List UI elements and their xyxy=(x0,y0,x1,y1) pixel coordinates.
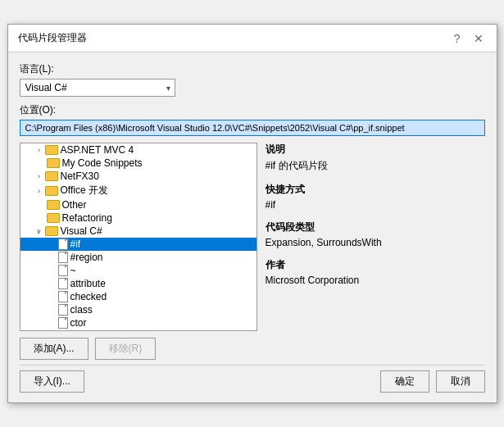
title-bar-controls: ? ✕ xyxy=(451,33,487,44)
add-remove-row: 添加(A)... 移除(R) xyxy=(20,338,485,360)
folder-icon-aspnet xyxy=(45,145,58,155)
folder-icon-mycode xyxy=(47,158,60,168)
description-value: #if 的代码片段 xyxy=(266,159,485,173)
folder-icon-visualcs xyxy=(45,226,58,236)
author-title: 作者 xyxy=(266,258,485,272)
import-button[interactable]: 导入(I)... xyxy=(20,370,84,393)
language-select-wrapper: Visual C# Visual Basic JavaScript HTML S… xyxy=(20,79,175,97)
bottom-left: 导入(I)... xyxy=(20,370,84,393)
label-tilde: ~ xyxy=(70,265,76,276)
tree-item-other[interactable]: Other xyxy=(20,198,257,211)
tree-item-office[interactable]: › Office 开发 xyxy=(20,183,257,198)
file-icon-checked xyxy=(58,291,68,302)
tree-item-netfx[interactable]: › NetFX30 xyxy=(20,170,257,183)
add-button[interactable]: 添加(A)... xyxy=(20,338,89,360)
expand-office: › xyxy=(34,187,45,195)
folder-icon-other xyxy=(47,200,60,210)
tree-item-tilde[interactable]: ~ xyxy=(20,264,257,277)
folder-icon-office xyxy=(45,186,58,196)
bottom-right: 确定 取消 xyxy=(380,370,485,393)
label-if: #if xyxy=(70,238,81,250)
shortcut-section: 快捷方式 #if xyxy=(266,183,485,211)
expand-aspnet: › xyxy=(34,146,45,154)
author-section: 作者 Microsoft Corporation xyxy=(266,258,485,286)
confirm-button[interactable]: 确定 xyxy=(380,370,429,393)
label-other: Other xyxy=(62,199,87,211)
tree-item-visualcs[interactable]: ∨ Visual C# xyxy=(20,225,257,238)
shortcut-title: 快捷方式 xyxy=(266,183,485,197)
type-title: 代码段类型 xyxy=(266,220,485,234)
tree-item-checked[interactable]: checked xyxy=(20,290,257,303)
tree-item-refactoring[interactable]: Refactoring xyxy=(20,211,257,225)
description-section: 说明 #if 的代码片段 xyxy=(266,143,485,173)
label-visualcs: Visual C# xyxy=(61,225,102,237)
file-icon-attribute xyxy=(58,278,68,289)
shortcut-value: #if xyxy=(266,199,485,211)
tree-item-attribute[interactable]: attribute xyxy=(20,277,257,290)
file-icon-tilde xyxy=(58,265,68,276)
location-label: 位置(O): xyxy=(20,103,485,117)
expand-visualcs: ∨ xyxy=(34,227,45,235)
remove-button[interactable]: 移除(R) xyxy=(95,338,157,360)
info-panel: 说明 #if 的代码片段 快捷方式 #if 代码段类型 Expansion, S… xyxy=(266,143,485,331)
expand-netfx: › xyxy=(34,172,45,180)
label-mycode: My Code Snippets xyxy=(62,157,143,169)
dialog-body: 语言(L): Visual C# Visual Basic JavaScript… xyxy=(8,52,497,402)
content-area: › ASP.NET MVC 4 My Code Snippets › NetFX… xyxy=(20,143,485,331)
label-office: Office 开发 xyxy=(61,184,108,198)
language-select[interactable]: Visual C# Visual Basic JavaScript HTML S… xyxy=(20,79,175,97)
file-icon-if xyxy=(58,238,68,250)
bottom-row: 导入(I)... 确定 取消 xyxy=(20,365,485,393)
type-value: Expansion, SurroundsWith xyxy=(266,237,485,248)
label-netfx: NetFX30 xyxy=(61,170,99,182)
file-icon-ctor xyxy=(58,317,68,329)
label-region: #region xyxy=(70,252,103,263)
label-aspnet: ASP.NET MVC 4 xyxy=(61,144,134,156)
close-button[interactable]: ✕ xyxy=(470,33,487,44)
location-input[interactable] xyxy=(20,120,485,136)
tree-item-ctor[interactable]: ctor xyxy=(20,316,257,329)
cancel-button[interactable]: 取消 xyxy=(436,370,485,393)
tree-panel[interactable]: › ASP.NET MVC 4 My Code Snippets › NetFX… xyxy=(20,143,257,331)
tree-item-if[interactable]: #if xyxy=(20,238,257,251)
title-bar: 代码片段管理器 ? ✕ xyxy=(8,25,497,52)
file-icon-region xyxy=(58,252,68,263)
type-section: 代码段类型 Expansion, SurroundsWith xyxy=(266,220,485,248)
language-label: 语言(L): xyxy=(20,62,485,76)
label-checked: checked xyxy=(70,291,107,302)
label-class: class xyxy=(70,304,93,316)
description-title: 说明 xyxy=(266,143,485,157)
dialog-window: 代码片段管理器 ? ✕ 语言(L): Visual C# Visual Basi… xyxy=(7,24,497,403)
label-refactoring: Refactoring xyxy=(62,212,112,224)
tree-item-region[interactable]: #region xyxy=(20,251,257,264)
tree-item-class[interactable]: class xyxy=(20,303,257,316)
help-button[interactable]: ? xyxy=(451,33,464,44)
tree-item-mycode[interactable]: My Code Snippets xyxy=(20,157,257,170)
tree-item-aspnet[interactable]: › ASP.NET MVC 4 xyxy=(20,143,257,157)
label-ctor: ctor xyxy=(70,317,87,329)
folder-icon-netfx xyxy=(45,171,58,181)
language-row: 语言(L): Visual C# Visual Basic JavaScript… xyxy=(20,62,485,97)
location-row: 位置(O): xyxy=(20,103,485,136)
dialog-title: 代码片段管理器 xyxy=(18,31,87,45)
label-attribute: attribute xyxy=(70,278,106,289)
file-icon-class xyxy=(58,304,68,316)
folder-icon-refactoring xyxy=(47,213,60,223)
author-value: Microsoft Corporation xyxy=(266,275,485,286)
